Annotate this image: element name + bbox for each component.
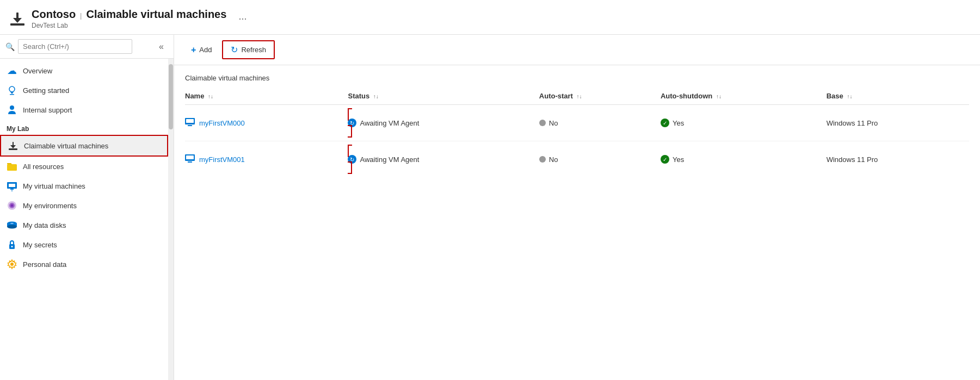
sidebar-item-my-data-disks[interactable]: My data disks (0, 215, 168, 235)
sort-icon-name: ↑↓ (208, 94, 213, 99)
add-label: Add (199, 46, 212, 54)
sidebar-nav: ☁ Overview Getting started (0, 59, 168, 380)
col-header-base[interactable]: Base ↑↓ (827, 89, 969, 105)
download-icon (8, 140, 19, 151)
search-icon: 🔍 (5, 42, 15, 51)
sidebar-item-all-resources[interactable]: All resources (0, 157, 168, 176)
sort-icon-auto-shutdown: ↑↓ (716, 94, 722, 99)
auto-shutdown-dot-0: ✓ (661, 119, 669, 127)
header-title-block: Contoso | Claimable virtual machines Dev… (32, 8, 226, 29)
svg-rect-12 (10, 189, 14, 190)
svg-point-13 (11, 190, 13, 191)
refresh-icon: ↻ (231, 45, 238, 55)
vm-link-0[interactable]: myFirstVM000 (185, 118, 341, 128)
claimable-vms-table: Name ↑↓ Status ↑↓ Auto-start ↑↓ Auto-s (185, 89, 969, 177)
search-input[interactable] (18, 39, 132, 54)
auto-start-dot-0 (539, 120, 546, 126)
col-header-name[interactable]: Name ↑↓ (185, 89, 348, 105)
sidebar-label-my-secrets: My secrets (23, 241, 57, 249)
cell-auto-start-1: No (539, 141, 661, 178)
cloud-download-icon (7, 85, 17, 96)
sidebar-item-my-secrets[interactable]: My secrets (0, 235, 168, 254)
auto-shutdown-cell-1: ✓ Yes (661, 155, 820, 164)
sort-icon-status: ↑↓ (373, 94, 379, 99)
sidebar-scrollbar-track[interactable] (168, 59, 174, 380)
sidebar-label-claimable-vms: Claimable virtual machines (24, 142, 108, 150)
sidebar-item-my-environments[interactable]: My environments (0, 196, 168, 215)
sidebar-label-internal-support: Internal support (23, 106, 72, 114)
sidebar-item-internal-support[interactable]: Internal support (0, 100, 168, 120)
refresh-label: Refresh (241, 46, 266, 54)
svg-marker-8 (10, 145, 16, 148)
cell-auto-shutdown-1: ✓ Yes (661, 141, 827, 178)
page-title: Claimable virtual machines (86, 8, 226, 21)
header-separator: | (80, 11, 82, 20)
status-text-1: Awaiting VM Agent (360, 155, 419, 164)
auto-shutdown-cell-0: ✓ Yes (661, 119, 820, 127)
svg-rect-29 (188, 161, 192, 163)
col-header-auto-start[interactable]: Auto-start ↑↓ (539, 89, 661, 105)
sidebar-item-overview[interactable]: ☁ Overview (0, 61, 168, 80)
sort-icon-base: ↑↓ (847, 94, 852, 99)
vm-row-icon-0 (185, 118, 195, 128)
status-cell-1: ↻ Awaiting VM Agent (348, 155, 532, 164)
org-name: Contoso (32, 8, 76, 21)
sidebar-label-my-vms: My virtual machines (23, 182, 85, 190)
cell-base-1: Windows 11 Pro (827, 141, 969, 178)
toolbar: + Add ↻ Refresh (174, 35, 980, 65)
svg-point-20 (10, 223, 14, 224)
sidebar-label-my-environments: My environments (23, 202, 77, 210)
my-lab-section-label: My Lab (0, 120, 168, 135)
vm-row-icon-1 (185, 154, 195, 165)
table-section: Claimable virtual machines Name ↑↓ Statu… (174, 65, 980, 186)
svg-point-22 (11, 246, 13, 247)
sidebar-item-my-vms[interactable]: My virtual machines (0, 176, 168, 196)
col-header-auto-shutdown[interactable]: Auto-shutdown ↑↓ (661, 89, 827, 105)
refresh-button[interactable]: ↻ Refresh (222, 40, 275, 59)
svg-rect-11 (9, 184, 15, 187)
table-row: myFirstVM000 ↻ Awaiting VM Agent No ✓ Ye… (185, 105, 969, 141)
sidebar-item-getting-started[interactable]: Getting started (0, 80, 168, 100)
header-logo: Contoso | Claimable virtual machines Dev… (9, 8, 246, 29)
svg-rect-6 (9, 148, 17, 150)
sidebar-item-personal-data[interactable]: Personal data (0, 254, 168, 274)
col-header-status[interactable]: Status ↑↓ (348, 89, 539, 105)
svg-point-16 (11, 204, 14, 207)
auto-start-text-0: No (549, 119, 558, 127)
cell-name-0: myFirstVM000 (185, 105, 348, 141)
auto-start-text-1: No (549, 155, 558, 164)
vm-link-1[interactable]: myFirstVM001 (185, 154, 341, 165)
add-button[interactable]: + Add (183, 41, 220, 59)
auto-shutdown-dot-1: ✓ (661, 155, 669, 164)
table-row: myFirstVM001 ↻ Awaiting VM Agent No ✓ Ye… (185, 141, 969, 178)
auto-start-cell-0: No (539, 119, 654, 127)
cell-name-1: myFirstVM001 (185, 141, 348, 178)
sidebar-search-bar: 🔍 « (0, 35, 174, 59)
auto-shutdown-text-1: Yes (673, 155, 684, 164)
svg-rect-4 (10, 94, 14, 95)
svg-rect-28 (186, 155, 194, 159)
env-icon (7, 200, 17, 211)
sidebar-scrollbar-thumb[interactable] (169, 64, 173, 129)
svg-point-19 (7, 225, 17, 229)
secret-icon (7, 239, 17, 250)
more-options-button[interactable]: ··· (238, 13, 246, 24)
collapse-button[interactable]: « (155, 40, 168, 54)
status-box-1: ↻ Awaiting VM Agent (348, 145, 532, 174)
auto-start-cell-1: No (539, 155, 654, 164)
status-icon-0: ↻ (348, 119, 356, 127)
sidebar-label-my-data-disks: My data disks (23, 221, 66, 229)
svg-rect-9 (7, 164, 17, 171)
sort-icon-auto-start: ↑↓ (577, 94, 582, 99)
sidebar-label-overview: Overview (23, 67, 52, 75)
status-icon-1: ↻ (348, 155, 356, 164)
cell-auto-shutdown-0: ✓ Yes (661, 105, 827, 141)
status-text-0: Awaiting VM Agent (360, 119, 419, 127)
sidebar-item-claimable-vms[interactable]: Claimable virtual machines (0, 135, 168, 157)
svg-point-5 (10, 105, 14, 110)
svg-rect-25 (186, 119, 194, 123)
cloud-icon: ☁ (7, 65, 17, 76)
table-section-title: Claimable virtual machines (185, 74, 969, 82)
main-layout: 🔍 « ☁ Overview (0, 35, 980, 380)
disk-icon (7, 220, 17, 231)
